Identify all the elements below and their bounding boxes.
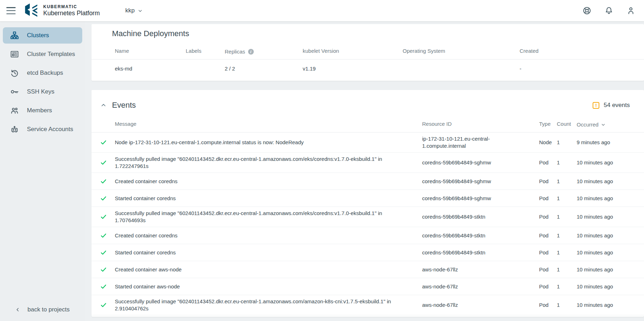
help-icon[interactable] — [582, 6, 592, 15]
column-header-resource-id: Resource ID — [422, 120, 539, 128]
success-check-icon — [100, 249, 115, 256]
user-icon[interactable] — [626, 6, 635, 15]
event-count: 1 — [557, 232, 577, 239]
success-check-icon — [100, 139, 115, 146]
success-check-icon — [100, 159, 115, 166]
sidebar: Clusters Cluster Templates etcd Backups … — [0, 21, 85, 321]
event-resource-id: coredns-59b69b4849-stktn — [422, 213, 539, 220]
event-type: Node — [539, 139, 557, 146]
back-to-projects-link[interactable]: back to projects — [0, 306, 85, 313]
event-message: Started container coredns — [115, 195, 398, 202]
project-selector[interactable]: kkp — [125, 7, 142, 14]
event-row: Successfully pulled image "602401143452.… — [91, 207, 644, 227]
sort-chevron-down-icon — [601, 123, 605, 127]
event-type: Pod — [539, 302, 557, 309]
event-occurred: 10 minutes ago — [577, 283, 630, 290]
column-header-operating-system: Operating System — [403, 47, 520, 55]
brand-product: Kubernetes Platform — [43, 10, 100, 17]
sidebar-item-ssh-keys[interactable]: SSH Keys — [3, 84, 82, 100]
collapse-events-icon[interactable] — [101, 102, 106, 108]
event-occurred: 10 minutes ago — [577, 249, 630, 256]
machine-deployments-table-header: Name Labels Replicas i kubelet Version O… — [91, 38, 644, 60]
event-count: 1 — [557, 139, 577, 146]
event-row: Created container coredns coredns-59b69b… — [91, 173, 644, 190]
success-check-icon — [100, 266, 115, 273]
sidebar-item-label: SSH Keys — [27, 88, 54, 95]
sidebar-item-label: Clusters — [27, 32, 49, 39]
event-occurred: 10 minutes ago — [577, 266, 630, 273]
event-message: Created container aws-node — [115, 266, 398, 273]
event-type: Pod — [539, 159, 557, 166]
main-content: Machine Deployments Name Labels Replicas… — [85, 21, 644, 321]
event-resource-id: coredns-59b69b4849-sghmw — [422, 178, 539, 185]
event-row: Created container aws-node aws-node-67ll… — [91, 261, 644, 278]
machine-deployment-row[interactable]: eks-md 2 / 2 v1.19 - — [91, 60, 644, 78]
md-name: eks-md — [115, 65, 186, 72]
brand-name: KUBERMATIC — [43, 5, 100, 10]
event-occurred: 10 minutes ago — [577, 213, 630, 220]
event-count: 1 — [557, 249, 577, 256]
column-header-labels: Labels — [186, 47, 225, 55]
event-count: 1 — [557, 213, 577, 220]
menu-toggle-icon[interactable] — [6, 7, 16, 14]
top-header: KUBERMATIC Kubernetes Platform kkp — [0, 0, 644, 21]
event-resource-id: aws-node-67llz — [422, 266, 539, 273]
events-table-header: Message Resource ID Type Count Occurred — [91, 110, 644, 133]
column-header-replicas: Replicas — [225, 49, 245, 55]
warning-icon: ! — [593, 102, 599, 109]
event-occurred: 10 minutes ago — [577, 178, 630, 185]
event-occurred: 10 minutes ago — [577, 195, 630, 202]
success-check-icon — [100, 213, 115, 220]
sidebar-item-label: etcd Backups — [27, 69, 63, 77]
column-header-name: Name — [115, 47, 186, 55]
service-accounts-icon — [10, 125, 19, 134]
sidebar-item-clusters[interactable]: Clusters — [3, 27, 82, 44]
success-check-icon — [100, 302, 115, 309]
notifications-icon[interactable] — [604, 6, 614, 15]
event-resource-id: coredns-59b69b4849-sghmw — [422, 159, 539, 166]
event-row: Started container coredns coredns-59b69b… — [91, 244, 644, 261]
event-resource-id: coredns-59b69b4849-sghmw — [422, 195, 539, 202]
column-header-kubelet-version: kubelet Version — [303, 47, 403, 55]
column-header-occurred-sort[interactable]: Occurred — [577, 122, 630, 128]
brand: KUBERMATIC Kubernetes Platform — [43, 5, 100, 17]
sidebar-item-members[interactable]: Members — [3, 102, 82, 119]
event-resource-id: aws-node-67llz — [422, 302, 539, 309]
info-icon[interactable]: i — [248, 49, 254, 55]
machine-deployments-title: Machine Deployments — [91, 24, 644, 38]
event-type: Pod — [539, 266, 557, 273]
event-row: Started container aws-node aws-node-67ll… — [91, 278, 644, 295]
chevron-left-icon — [15, 307, 20, 312]
event-type: Pod — [539, 213, 557, 220]
sidebar-item-cluster-templates[interactable]: Cluster Templates — [3, 46, 82, 62]
event-type: Pod — [539, 283, 557, 290]
events-count-badge: 54 events — [604, 102, 630, 109]
event-message: Node ip-172-31-10-121.eu-central-1.compu… — [115, 139, 398, 146]
event-message: Started container coredns — [115, 249, 398, 256]
event-message: Successfully pulled image "602401143452.… — [115, 298, 398, 312]
event-count: 1 — [557, 178, 577, 185]
success-check-icon — [100, 232, 115, 239]
sidebar-item-label: Service Accounts — [27, 126, 73, 133]
clusters-icon — [10, 31, 19, 40]
event-resource-id: coredns-59b69b4849-stktn — [422, 249, 539, 256]
event-occurred: 10 minutes ago — [577, 232, 630, 239]
event-occurred: 10 minutes ago — [577, 159, 630, 166]
event-occurred: 9 minutes ago — [577, 139, 630, 146]
event-type: Pod — [539, 249, 557, 256]
event-row: Successfully pulled image "602401143452.… — [91, 153, 644, 173]
cluster-templates-icon — [10, 50, 19, 59]
event-type: Pod — [539, 178, 557, 185]
event-message: Successfully pulled image "602401143452.… — [115, 156, 398, 170]
sidebar-item-etcd-backups[interactable]: etcd Backups — [3, 65, 82, 81]
machine-deployments-card: Machine Deployments Name Labels Replicas… — [91, 24, 644, 81]
event-row: Created container coredns coredns-59b69b… — [91, 227, 644, 244]
members-icon — [10, 106, 19, 115]
event-message: Started container aws-node — [115, 283, 398, 290]
sidebar-item-service-accounts[interactable]: Service Accounts — [3, 121, 82, 137]
column-header-created: Created — [520, 47, 630, 55]
event-count: 1 — [557, 159, 577, 166]
event-type: Pod — [539, 232, 557, 239]
sidebar-item-label: Cluster Templates — [27, 51, 75, 58]
md-kubelet-version: v1.19 — [303, 65, 403, 72]
